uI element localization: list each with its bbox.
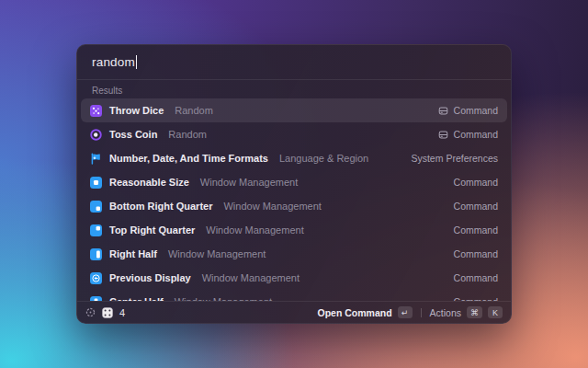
window-right-half-icon [90, 248, 102, 260]
open-command-button[interactable]: Open Command ↵ [317, 306, 412, 318]
item-subtitle: Window Management [206, 224, 303, 236]
list-item-throw-dice[interactable]: Throw Dice Random Command [81, 98, 507, 122]
window-top-right-icon [90, 224, 102, 236]
flag-icon [90, 153, 102, 165]
item-accessory: Command [454, 177, 498, 188]
results-list: Throw Dice Random Command Toss Coin Rand… [77, 98, 511, 301]
results-section-header: Results [77, 80, 511, 98]
spinner-ring-icon [85, 307, 96, 317]
list-item-reasonable-size[interactable]: Reasonable Size Window Management Comman… [81, 170, 507, 194]
list-item-bottom-right-quarter[interactable]: Bottom Right Quarter Window Management C… [81, 194, 507, 218]
command-device-icon [438, 130, 448, 140]
cmd-key-badge: ⌘ [467, 306, 482, 318]
window-bottom-right-icon [90, 201, 102, 213]
list-item-previous-display[interactable]: Previous Display Window Management Comma… [81, 266, 507, 290]
item-subtitle: Window Management [200, 177, 298, 188]
item-accessory: Command [438, 105, 498, 116]
list-item-number-date-time-formats[interactable]: Number, Date, And Time Formats Language … [81, 146, 507, 170]
item-title: Reasonable Size [109, 177, 189, 188]
item-accessory: Command [454, 201, 498, 212]
raycast-command-palette: random Results Throw Dice Random Command… [76, 44, 512, 324]
enter-key-badge: ↵ [398, 306, 413, 318]
k-key-badge: K [488, 306, 503, 318]
footer-status: 4 [85, 307, 125, 318]
item-accessory: Command [454, 272, 498, 283]
item-subtitle: Random [175, 105, 213, 116]
search-query-text: random [92, 55, 135, 69]
item-subtitle: Window Management [202, 272, 300, 283]
item-title: Number, Date, And Time Formats [109, 153, 268, 164]
item-accessory: System Preferences [411, 153, 498, 164]
footer: 4 Open Command ↵ Actions ⌘ K [77, 301, 511, 323]
item-subtitle: Random [168, 129, 207, 140]
item-title: Previous Display [109, 272, 191, 283]
item-title: Bottom Right Quarter [109, 201, 212, 212]
item-title: Throw Dice [109, 105, 164, 116]
dice-result-count: 4 [119, 307, 125, 318]
list-item-right-half[interactable]: Right Half Window Management Command [81, 242, 507, 266]
arrow-left-display-icon [90, 272, 102, 284]
item-title: Toss Coin [109, 129, 157, 140]
list-item-top-right-quarter[interactable]: Top Right Quarter Window Management Comm… [81, 218, 507, 242]
list-item-center-half[interactable]: Center Half Window Management Command [81, 290, 507, 301]
dice-icon [90, 105, 102, 117]
actions-button[interactable]: Actions ⌘ K [430, 306, 503, 318]
search-input[interactable]: random [77, 45, 511, 79]
footer-separator [421, 308, 422, 317]
item-accessory: Command [438, 129, 498, 140]
item-subtitle: Window Management [168, 248, 266, 259]
item-title: Top Right Quarter [109, 224, 195, 236]
item-title: Right Half [109, 248, 157, 259]
text-caret [136, 55, 138, 69]
item-accessory: Command [454, 248, 498, 259]
die-icon [102, 307, 113, 318]
window-center-square-icon [90, 177, 102, 189]
item-subtitle: Window Management [223, 201, 321, 212]
coin-icon [90, 129, 102, 141]
item-subtitle: Language & Region [279, 153, 368, 164]
command-device-icon [438, 106, 448, 116]
item-accessory: Command [454, 224, 498, 236]
list-item-toss-coin[interactable]: Toss Coin Random Command [81, 122, 507, 146]
